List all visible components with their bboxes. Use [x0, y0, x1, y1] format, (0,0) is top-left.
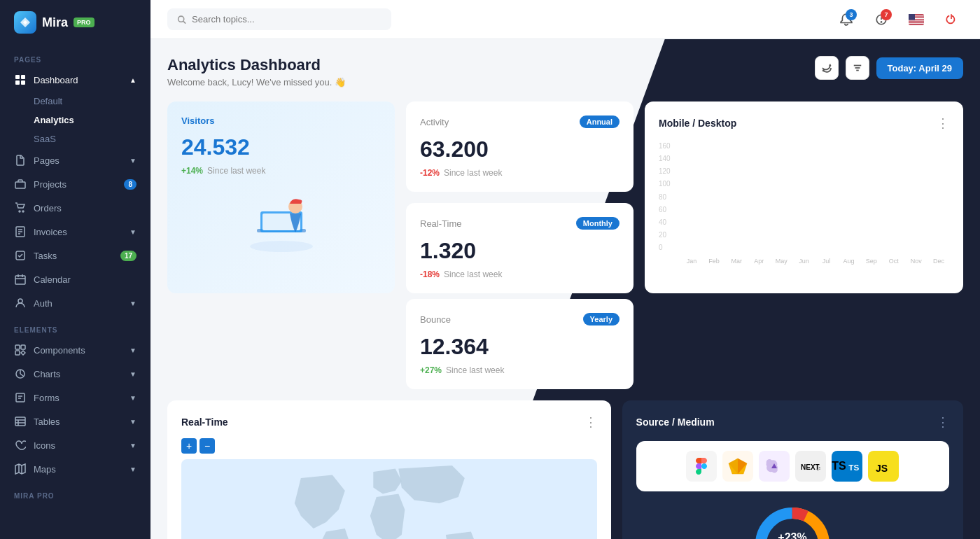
- activity-badge: Annual: [580, 115, 620, 128]
- components-label: Components: [34, 345, 85, 356]
- realtime-label: Real-Time: [420, 218, 461, 229]
- stats-chart-row: Visitors 24.532 +14% Since last week: [167, 102, 963, 293]
- check-icon: [14, 249, 27, 262]
- sidebar-item-pages[interactable]: Pages ▼: [0, 148, 150, 172]
- sidebar-item-dashboard[interactable]: Dashboard ▲: [0, 68, 150, 92]
- bar-group-feb: [704, 142, 724, 251]
- bar-label-jan: Jan: [681, 254, 702, 268]
- visitors-value: 24.532: [181, 134, 381, 160]
- sidebar-sub-analytics[interactable]: Analytics: [34, 111, 150, 130]
- sidebar-item-auth[interactable]: Auth ▼: [0, 291, 150, 315]
- bar-label-aug: Aug: [839, 254, 860, 268]
- orders-label: Orders: [34, 203, 62, 214]
- pages-label: Pages: [34, 155, 59, 166]
- bar-group-jan: [681, 142, 702, 251]
- sidebar-item-orders[interactable]: Orders: [0, 196, 150, 220]
- bar-group-jun: [793, 142, 814, 251]
- mira-pro-section-label: MIRA PRO: [0, 481, 150, 504]
- projects-label: Projects: [34, 179, 66, 190]
- source-title: Source / Medium: [636, 416, 715, 428]
- visitors-since: Since last week: [207, 166, 265, 176]
- world-map-svg: [181, 459, 597, 539]
- calendar-label: Calendar: [34, 274, 71, 285]
- sidebar-sub-default[interactable]: Default: [34, 92, 150, 111]
- page-title: Analytics Dashboard: [167, 56, 346, 74]
- sidebar-item-maps[interactable]: Maps ▼: [0, 457, 150, 481]
- grid-icon: [14, 74, 27, 86]
- sidebar-item-tasks[interactable]: Tasks 17: [0, 244, 150, 267]
- pages-section-label: PAGES: [0, 45, 150, 68]
- map-zoom-out[interactable]: −: [200, 438, 215, 454]
- form-icon: [14, 391, 27, 404]
- bar-group-dec: [928, 142, 949, 251]
- chart-menu-button[interactable]: ⋮: [937, 115, 949, 131]
- bar-label-nov: Nov: [906, 254, 927, 268]
- realtime-footer: -18% Since last week: [420, 270, 620, 279]
- sidebar-item-forms[interactable]: Forms ▼: [0, 386, 150, 410]
- notifications-badge: 3: [846, 9, 857, 20]
- svg-rect-21: [16, 393, 24, 402]
- tasks-badge: 17: [120, 251, 136, 261]
- page-actions: Today: April 29: [815, 56, 963, 80]
- nextjs-logo: NEXT.js: [795, 451, 826, 482]
- svg-point-31: [178, 16, 184, 22]
- realtime-card: Real-Time Monthly 1.320 -18% Since last …: [406, 203, 634, 293]
- realtime-map-card: Real-Time ⋮ + −: [167, 400, 611, 539]
- page-content: Analytics Dashboard Welcome back, Lucy! …: [150, 39, 980, 539]
- bar-label-may: May: [771, 254, 792, 268]
- power-button[interactable]: [939, 8, 963, 31]
- logo-text: Mira: [42, 15, 68, 30]
- svg-rect-0: [15, 75, 20, 79]
- sidebar-item-charts[interactable]: Charts ▼: [0, 362, 150, 386]
- refresh-button[interactable]: [815, 56, 839, 80]
- svg-rect-19: [15, 351, 20, 355]
- svg-text:JS: JS: [876, 463, 888, 474]
- map-zoom-in[interactable]: +: [181, 438, 197, 454]
- icons-label: Icons: [34, 440, 55, 451]
- map-menu-button[interactable]: ⋮: [584, 414, 597, 430]
- components-icon: [14, 344, 27, 356]
- activity-card: Activity Annual 63.200 -12% Since last w…: [406, 102, 634, 192]
- today-button[interactable]: Today: April 29: [876, 57, 963, 79]
- bar-label-mar: Mar: [726, 254, 747, 268]
- bounce-card: Bounce Yearly 12.364 +27% Since last wee…: [406, 299, 634, 389]
- search-icon: [177, 15, 186, 24]
- map-icon: [14, 463, 27, 475]
- realtime-value: 1.320: [420, 238, 620, 264]
- notifications-button[interactable]: 3: [834, 8, 858, 31]
- heart-icon: [14, 439, 27, 451]
- sidebar-item-invoices[interactable]: Invoices ▼: [0, 220, 150, 244]
- source-menu-button[interactable]: ⋮: [937, 414, 949, 430]
- sidebar-item-components[interactable]: Components ▼: [0, 338, 150, 362]
- donut-chart-area: +23% new visitors: [636, 503, 949, 539]
- sidebar-sub-saas[interactable]: SaaS: [34, 130, 150, 148]
- flag-button[interactable]: [904, 8, 928, 31]
- svg-text:.js: .js: [816, 465, 820, 471]
- alerts-button[interactable]: 7: [869, 8, 893, 31]
- calendar-icon: [14, 273, 27, 286]
- forms-chevron: ▼: [130, 394, 136, 402]
- tables-label: Tables: [34, 416, 60, 427]
- bar-label-apr: Apr: [748, 254, 769, 268]
- realtime-change: -18%: [420, 270, 440, 279]
- search-box[interactable]: [167, 8, 391, 30]
- activity-label: Activity: [420, 117, 449, 127]
- visitors-illustration: [181, 187, 381, 260]
- sidebar-item-icons[interactable]: Icons ▼: [0, 433, 150, 457]
- svg-line-32: [183, 21, 186, 23]
- dashboard-chevron: ▲: [130, 76, 136, 84]
- sidebar-item-calendar[interactable]: Calendar: [0, 267, 150, 291]
- svg-rect-41: [909, 21, 924, 22]
- search-input[interactable]: [192, 14, 382, 24]
- typescript-logo: TS TS: [832, 451, 862, 482]
- sidebar-item-tables[interactable]: Tables ▼: [0, 410, 150, 433]
- bar-chart-container: 160 140 120 100 80 60 40 20 0: [659, 142, 949, 268]
- invoices-chevron: ▼: [130, 228, 136, 236]
- logo-area: Mira PRO: [0, 0, 150, 45]
- sidebar-item-projects[interactable]: Projects 8: [0, 172, 150, 196]
- svg-rect-2: [15, 80, 20, 85]
- filter-button[interactable]: [846, 56, 869, 80]
- invoices-label: Invoices: [34, 227, 67, 237]
- source-header: Source / Medium ⋮: [636, 414, 949, 430]
- bar-label-oct: Oct: [883, 254, 904, 268]
